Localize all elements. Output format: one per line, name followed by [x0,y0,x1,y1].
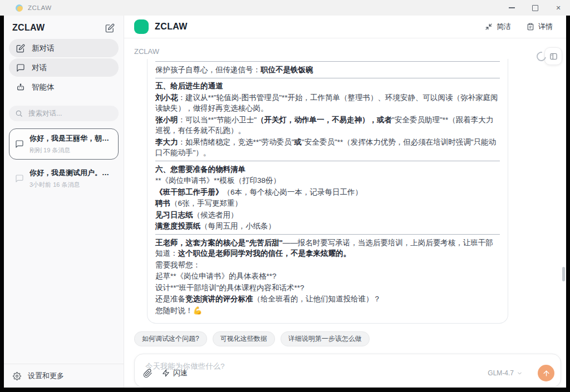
suggestion-chip[interactable]: 详细说明第一步该怎么做 [281,331,370,346]
sidebar-item-label: 对话 [32,63,47,73]
message-sender: ZCLAW [134,47,566,56]
header-actions: 简洁 详情 [485,22,553,32]
attachment-button[interactable] [143,369,153,378]
message-line: 设计**"班干部培训"的具体课程内容和话术**? [155,282,500,294]
conversation-title: 你好，我是王丽华，朝阳区... [30,133,112,143]
app-window: { "titlebar": { "app_name": "ZCLAW", "cl… [0,0,570,392]
app-logo-icon [16,4,23,12]
main-panel: ZCLAW 简洁 详情 ZCLAW 保护孩子自尊心，但传递信号 [124,16,566,388]
settings-button[interactable]: 设置和更多 [4,364,124,388]
message-line: 王老师，这套方案的核心是"先苦后甜"——报名时要写承诺，当选后要培训，上岗后要考… [155,237,500,259]
conversation-meta: 刚刚 19 条消息 [30,146,112,155]
model-name: GLM-4.7 [488,369,514,377]
new-chat-icon[interactable] [105,23,115,33]
chat-icon [16,63,25,72]
conversation-list: 你好，我是王丽华，朝阳区...刚刚 19 条消息你好，我是测试用户。请确...3… [9,128,119,194]
concise-label: 简洁 [497,22,511,32]
suggestion-chip[interactable]: 可视化这些数据 [213,331,275,346]
sidebar-title: ZCLAW [12,23,45,33]
details-mode-button[interactable]: 详情 [527,22,553,32]
app-frame: ZCLAW 新对话对话智能体 你好，我是王丽华，朝阳区...刚刚 19 条消息你… [4,16,566,388]
minimize-icon [509,7,515,8]
send-button[interactable] [538,365,554,381]
message-line: 满意度投票纸（每周五用，小纸条） [155,221,500,232]
maximize-icon [532,5,538,11]
maximize-button[interactable] [523,0,547,16]
flash-mode-button[interactable]: 闪速 [162,368,188,378]
search-box[interactable] [9,106,119,121]
message-divider [155,234,500,235]
suggestion-chip[interactable]: 如何调试这个问题? [134,331,207,346]
sidebar-item-智能体[interactable]: 智能体 [9,78,119,96]
chat-bubble-icon [15,174,24,183]
assistant-message-bubble: 保护孩子自尊心，但传递信号：职位不是铁饭碗五、给后进生的通道刘小花：建议从**"… [147,59,508,324]
message-line: 五、给后进生的通道 [155,81,500,92]
message-composer: 闪速 GLM-4.7 [134,354,561,388]
message-line: 见习日志纸（候选者用） [155,209,500,221]
message-line: 聘书（6张，手写更郑重） [155,198,500,210]
chat-header: ZCLAW 简洁 详情 [124,16,566,38]
message-line: 需要我帮您： [155,259,500,271]
compress-icon [485,23,493,31]
close-icon: ✕ [556,5,561,11]
lightning-icon [162,369,170,377]
message-line: 《班干部工作手册》（6本，每个核心岗一本，记录每日工作） [155,186,500,198]
message-line: 您随时说！💪 [155,305,500,316]
chevron-down-icon [517,370,523,376]
sidebar-nav: 新对话对话智能体 [4,39,124,97]
message-line: 李大力：如果情绪稳定，竞选**"劳动委员"或"安全委员"**（发挥体力优势，但必… [155,136,500,158]
search-input[interactable] [27,109,112,118]
brand-title: ZCLAW [155,22,188,32]
message-divider [155,78,500,78]
minimize-button[interactable] [500,0,523,16]
window-controls: ✕ [500,0,570,16]
scrollbar-thumb[interactable] [562,267,565,281]
floating-controls [537,47,562,65]
suggestion-chips: 如何调试这个问题?可视化这些数据详细说明第一步该怎么做 [134,331,566,346]
sidebar-item-label: 智能体 [32,82,55,92]
toggle-panel-button[interactable] [544,47,562,65]
message-line: 起草**《岗位申请书》的具体表格**? [155,271,500,282]
model-selector[interactable]: GLM-4.7 [488,369,523,377]
message-line: **《岗位申请书》**模板（打印38份） [155,175,500,187]
search-icon [15,110,23,117]
message-line: 六、您需要准备的物料清单 [155,163,500,175]
sidebar-header: ZCLAW [4,16,124,39]
arrow-up-icon [542,369,551,378]
message-line: 保护孩子自尊心，但传递信号：职位不是铁饭碗 [155,64,500,76]
robot-icon [16,83,25,92]
flash-label: 闪速 [173,368,188,378]
settings-label: 设置和更多 [28,371,64,381]
message-line: 刘小花：建议从**"轮值岗-图书管理员"**开始，工作简单（整理书）、环境安静、… [155,92,500,114]
concise-mode-button[interactable]: 简洁 [485,22,511,32]
chat-content: ZCLAW 保护孩子自尊心，但传递信号：职位不是铁饭碗五、给后进生的通道刘小花：… [124,38,566,388]
sidebar: ZCLAW 新对话对话智能体 你好，我是王丽华，朝阳区...刚刚 19 条消息你… [4,16,124,388]
conversation-meta: 3小时前 16 条消息 [30,181,112,189]
conversation-title: 你好，我是测试用户。请确... [30,168,112,178]
split-panel-icon [549,52,558,61]
composer-toolbar: 闪速 GLM-4.7 [143,365,554,381]
message-divider [155,61,500,62]
message-divider [155,161,500,161]
clipboard-icon [527,23,534,31]
brand-logo-icon [134,19,149,34]
message-line: 还是准备竞选演讲的评分标准（给全班看的，让他们知道投给谁）？ [155,294,500,305]
message-line: 张小明：可以当**"节能小卫士"（开关灯，动作单一，不易走神），或者"安全委员助… [155,114,500,136]
details-label: 详情 [538,22,553,32]
conversation-item[interactable]: 你好，我是测试用户。请确...3小时前 16 条消息 [9,163,119,194]
compose-icon [16,44,25,53]
sidebar-item-新对话[interactable]: 新对话 [9,39,119,57]
close-button[interactable]: ✕ [547,0,570,16]
chat-bubble-icon [15,140,24,148]
titlebar-app-name: ZCLAW [28,4,52,11]
gear-icon [13,372,21,380]
conversation-item[interactable]: 你好，我是王丽华，朝阳区...刚刚 19 条消息 [9,128,119,160]
os-titlebar: ZCLAW ✕ [0,0,570,16]
sidebar-item-label: 新对话 [32,43,55,53]
sidebar-item-对话[interactable]: 对话 [9,58,119,77]
